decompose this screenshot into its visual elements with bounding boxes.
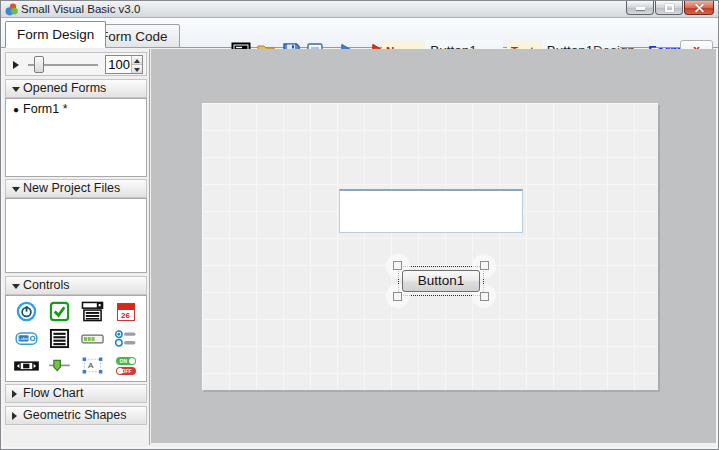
minimize-button[interactable] (626, 1, 654, 15)
scrollbar-control-icon[interactable] (13, 354, 41, 378)
zoom-spinner (131, 56, 142, 73)
opened-forms-list: ●Form1 * (5, 98, 147, 177)
listbox-control-icon[interactable] (46, 327, 74, 351)
resize-handle-bottom-right[interactable] (480, 292, 489, 301)
designer-canvas: Button1 (151, 49, 716, 443)
selection-rectangle: Button1 (398, 266, 484, 296)
zoom-slider-thumb[interactable] (34, 56, 44, 73)
expander-down-icon (12, 87, 20, 92)
zoom-bar (5, 52, 147, 76)
form-button-control[interactable]: Button1 (402, 270, 480, 292)
radiobutton-control-icon[interactable] (112, 327, 140, 351)
maximize-button[interactable] (655, 1, 683, 15)
expander-down-icon (12, 187, 20, 192)
checkbox-control-icon[interactable] (46, 300, 74, 324)
geometric-shapes-header[interactable]: Geometric Shapes (5, 406, 147, 425)
tab-toolbar-row: Form Design Form Code (1, 18, 718, 48)
svg-text:A: A (88, 361, 94, 370)
close-icon (694, 2, 705, 13)
close-button[interactable] (684, 1, 714, 15)
expander-down-icon (12, 284, 20, 289)
progressbar-control-icon[interactable] (79, 327, 107, 351)
app-window: Small Visual Basic v3.0 Form Design Form… (0, 0, 719, 450)
expander-right-icon (12, 412, 17, 420)
controls-header-label: Controls (23, 278, 70, 292)
expander-right-icon (12, 390, 17, 398)
controls-palette: 26 Label (5, 295, 147, 382)
new-project-files-header-label: New Project Files (23, 181, 120, 195)
opened-form-item[interactable]: ●Form1 * (6, 99, 146, 118)
button-control-icon[interactable] (13, 300, 41, 324)
svg-text:Label: Label (18, 336, 29, 341)
tab-form-design[interactable]: Form Design (5, 21, 106, 48)
new-project-files-header[interactable]: New Project Files (5, 179, 147, 198)
resize-handle-top-left[interactable] (393, 261, 402, 270)
controls-header[interactable]: Controls (5, 276, 147, 295)
opened-form-item-label: Form1 * (23, 102, 67, 116)
app-logo-icon (5, 3, 18, 16)
form-design-surface[interactable]: Button1 (202, 103, 658, 390)
datepicker-control-icon[interactable]: 26 (112, 300, 140, 324)
resize-handle-bottom-left[interactable] (393, 292, 402, 301)
textbox-control-icon[interactable]: A (79, 354, 107, 378)
zoom-decrease-button[interactable] (132, 64, 142, 73)
opened-forms-header-label: Opened Forms (23, 81, 106, 95)
zoom-spinbox (105, 55, 143, 74)
window-title: Small Visual Basic v3.0 (21, 2, 140, 17)
opened-forms-header[interactable]: Opened Forms (5, 79, 147, 98)
minimize-icon (636, 7, 645, 10)
resize-handle-top-right[interactable] (480, 261, 489, 270)
slider-control-icon[interactable] (46, 354, 74, 378)
active-form-bullet-icon: ● (13, 104, 19, 115)
new-project-files-list (5, 198, 147, 273)
zoom-value-input[interactable] (106, 56, 131, 73)
form-textbox-control[interactable] (339, 189, 523, 233)
sidebar: Opened Forms ●Form1 * New Project Files … (3, 49, 150, 445)
combobox-control-icon[interactable] (79, 300, 107, 324)
label-control-icon[interactable]: Label (13, 327, 41, 351)
title-bar: Small Visual Basic v3.0 (1, 1, 718, 18)
toggle-control-icon[interactable]: ON OFF (112, 354, 140, 378)
restore-icon (665, 4, 674, 12)
zoom-marker-icon (13, 61, 19, 69)
flow-chart-header-label: Flow Chart (23, 386, 83, 400)
window-controls (625, 1, 714, 15)
geometric-shapes-header-label: Geometric Shapes (23, 408, 127, 422)
flow-chart-header[interactable]: Flow Chart (5, 384, 147, 403)
zoom-increase-button[interactable] (132, 56, 142, 64)
